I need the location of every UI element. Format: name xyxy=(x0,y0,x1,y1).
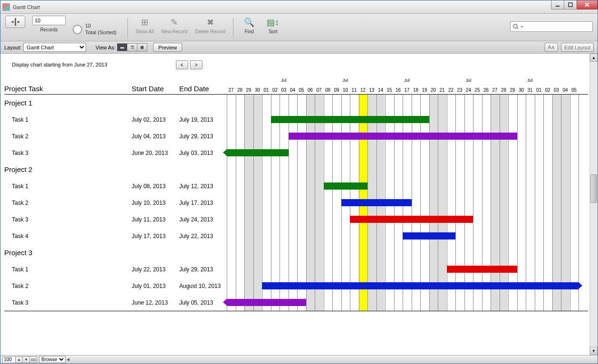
view-list-button[interactable]: ☰ xyxy=(127,43,137,51)
day-label: 25 xyxy=(473,87,482,93)
day-label: 13 xyxy=(367,87,376,93)
preview-button[interactable]: Preview xyxy=(153,43,182,52)
gantt-sheet: Project Task Start Date End Date 2728293… xyxy=(4,76,588,311)
new-record-icon: ✎ xyxy=(169,17,180,28)
separator xyxy=(233,18,233,38)
month-label: Jul xyxy=(341,78,350,83)
col-start-header: Start Date xyxy=(132,85,179,94)
day-label: 22 xyxy=(447,87,455,93)
task-row[interactable]: Task 2July 04, 2013July 29, 2013 xyxy=(4,128,588,144)
project-row[interactable]: Project 2 xyxy=(4,161,588,178)
date-prev-button[interactable]: < xyxy=(176,60,188,69)
chevron-left-icon[interactable]: ◀ xyxy=(67,357,69,362)
day-label: 15 xyxy=(385,87,394,93)
start-date: July 08, 2013 xyxy=(132,183,179,190)
show-all-button: ⊞ Show All xyxy=(132,16,157,41)
task-row[interactable]: Task 1July 08, 2013July 12, 2013 xyxy=(4,178,588,194)
task-row[interactable]: Task 4July 17, 2013July 22, 2013 xyxy=(4,228,588,244)
gantt-rows: Project 1Task 1July 02, 2013July 19, 201… xyxy=(4,95,588,311)
end-date: July 12, 2013 xyxy=(179,183,227,190)
edit-layout-button[interactable]: Edit Layout xyxy=(561,43,594,52)
svg-line-3 xyxy=(517,28,518,29)
mode-select[interactable]: Browse xyxy=(39,356,66,363)
day-label: 28 xyxy=(500,87,508,93)
task-row[interactable]: Task 3June 12, 2013July 05, 2013 xyxy=(4,294,588,311)
day-label: 02 xyxy=(271,87,280,93)
new-record-button: ✎ New Record xyxy=(157,16,191,41)
month-label: Jul xyxy=(280,78,288,83)
window-title: Gantt Chart xyxy=(13,4,40,10)
day-label: 05 xyxy=(570,87,579,93)
view-table-button[interactable]: ▦ xyxy=(137,43,147,51)
record-number-input[interactable] xyxy=(32,16,66,25)
scroll-up-arrow-icon[interactable]: ▲ xyxy=(590,54,598,62)
status-area-button[interactable]: ▭ xyxy=(29,356,37,363)
show-all-icon: ⊞ xyxy=(139,17,150,28)
day-label: 30 xyxy=(253,87,262,93)
format-button[interactable]: Aᴀ xyxy=(545,43,558,52)
sort-icon: ▤↕ xyxy=(267,17,279,28)
maximize-button[interactable] xyxy=(564,0,577,10)
task-row[interactable]: Task 2July 01, 2013August 10, 2013 xyxy=(4,278,588,294)
day-label: 07 xyxy=(315,87,323,93)
day-label: 04 xyxy=(561,87,569,93)
delete-record-icon: ✖ xyxy=(204,17,216,28)
end-date: July 03, 2013 xyxy=(179,150,227,156)
zoom-down-button[interactable]: ▼ xyxy=(22,356,30,363)
titlebar[interactable]: Gantt Chart xyxy=(0,0,598,14)
find-icon: 🔍 xyxy=(243,17,255,28)
layout-bar: Layout: Gantt Chart View As: ▬ ☰ ▦ Previ… xyxy=(0,41,598,54)
scroll-down-arrow-icon[interactable]: ▼ xyxy=(590,347,598,355)
vertical-scrollbar[interactable]: ▲ ▼ xyxy=(589,54,598,355)
find-button[interactable]: 🔍 Find xyxy=(237,16,261,41)
task-row[interactable]: Task 3June 20, 2013July 03, 2013 xyxy=(4,144,588,161)
project-row[interactable]: Project 1 xyxy=(4,95,588,111)
main-toolbar: Records 10 Total (Sorted) ⊞ Show All ✎ N… xyxy=(0,14,598,41)
day-label: 01 xyxy=(262,87,270,93)
day-label: 23 xyxy=(455,87,464,93)
end-date: July 19, 2013 xyxy=(179,116,227,123)
project-row[interactable]: Project 3 xyxy=(4,244,588,261)
day-label: 16 xyxy=(394,87,403,93)
search-icon xyxy=(512,23,519,30)
month-label: Jul xyxy=(403,78,411,83)
start-date: July 10, 2013 xyxy=(132,200,179,206)
day-label: 04 xyxy=(289,87,297,93)
day-label: 26 xyxy=(482,87,491,93)
task-name: Task 3 xyxy=(4,150,132,156)
day-label: 10 xyxy=(341,87,350,93)
task-name: Task 4 xyxy=(4,233,132,239)
task-name: Task 2 xyxy=(4,133,132,140)
app-window: Gantt Chart Records 10 Total (Sorted) ⊞ … xyxy=(0,0,598,364)
day-label: 31 xyxy=(526,87,534,93)
view-form-button[interactable]: ▬ xyxy=(117,43,127,51)
search-input[interactable]: ▾ xyxy=(510,21,593,32)
task-name: Task 2 xyxy=(4,283,132,289)
day-label: 06 xyxy=(306,87,315,93)
task-row[interactable]: Task 2July 10, 2013July 17, 2013 xyxy=(4,194,588,211)
scroll-thumb[interactable] xyxy=(590,174,597,203)
day-label: 20 xyxy=(429,87,438,93)
day-label: 09 xyxy=(332,87,341,93)
minimize-button[interactable] xyxy=(551,0,564,10)
zoom-input[interactable] xyxy=(2,356,16,363)
end-date: July 29, 2013 xyxy=(179,266,227,273)
end-date: July 05, 2013 xyxy=(179,299,227,306)
task-row[interactable]: Task 1July 02, 2013July 19, 2013 xyxy=(4,111,588,128)
sort-button[interactable]: ▤↕ Sort xyxy=(261,16,285,41)
task-row[interactable]: Task 3July 11, 2013July 24, 2013 xyxy=(4,211,588,228)
record-slider[interactable] xyxy=(5,16,25,28)
layout-label: Layout: xyxy=(4,45,21,50)
col-end-header: End Date xyxy=(179,85,227,94)
start-date: July 11, 2013 xyxy=(132,216,179,223)
day-label: 17 xyxy=(403,87,411,93)
close-button[interactable] xyxy=(577,0,598,10)
layout-select[interactable]: Gantt Chart xyxy=(23,43,86,52)
day-label: 21 xyxy=(438,87,446,93)
task-name: Project 1 xyxy=(4,99,132,107)
date-next-button[interactable]: > xyxy=(190,60,203,69)
task-row[interactable]: Task 1July 22, 2013July 29, 2013 xyxy=(4,261,588,278)
pie-icon xyxy=(73,25,82,34)
day-label: 30 xyxy=(517,87,526,93)
zoom-up-button[interactable]: ▲ xyxy=(15,356,23,363)
